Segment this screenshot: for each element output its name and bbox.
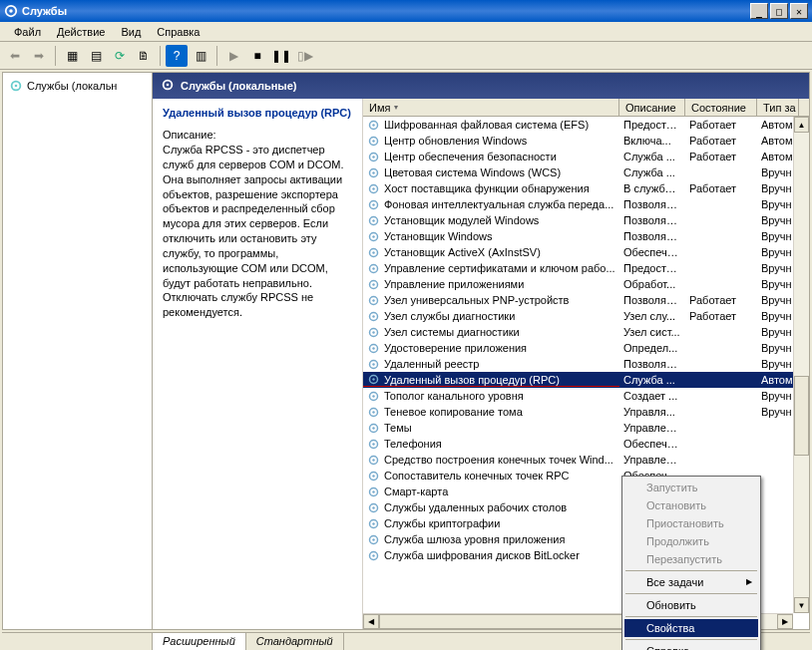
toolbar-view1[interactable]: ▦	[61, 45, 83, 67]
service-row[interactable]: Узел службы диагностикиУзел слу...Работа…	[363, 308, 809, 324]
service-desc: Включа...	[619, 135, 685, 147]
ctx-separator	[625, 639, 757, 640]
ctx-pause[interactable]: Приостановить	[624, 514, 758, 532]
service-name: Тополог канального уровня	[384, 390, 524, 402]
service-row[interactable]: Хост поставщика функции обнаруженияВ слу…	[363, 180, 809, 196]
service-row[interactable]: Установщик модулей WindowsПозволяе...Вру…	[363, 212, 809, 228]
service-row[interactable]: Центр обновления WindowsВключа...Работае…	[363, 133, 809, 149]
ctx-start[interactable]: Запустить	[624, 479, 758, 496]
vertical-scrollbar[interactable]: ▲ ▼	[793, 117, 809, 613]
ctx-resume[interactable]: Продолжить	[624, 532, 758, 550]
play-button[interactable]: ▶	[222, 45, 244, 67]
service-desc: Обработ...	[619, 278, 685, 290]
scroll-thumb-v[interactable]	[794, 376, 809, 456]
forward-button[interactable]: ➡	[28, 45, 50, 67]
service-icon	[367, 230, 380, 243]
back-button[interactable]: ⬅	[4, 45, 26, 67]
service-row[interactable]: Узел универсальных PNP-устройствПозволяе…	[363, 292, 809, 308]
service-row[interactable]: Удостоверение приложенияОпредел...Вручн	[363, 340, 809, 356]
scroll-right-button[interactable]: ▶	[777, 614, 793, 629]
maximize-button[interactable]: □	[770, 3, 788, 19]
export-button[interactable]: 🗎	[133, 45, 155, 67]
ctx-help[interactable]: Справка	[624, 642, 758, 650]
service-row[interactable]: Теневое копирование томаУправля...Вручн	[363, 404, 809, 420]
scroll-down-button[interactable]: ▼	[794, 597, 809, 613]
service-name: Телефония	[384, 438, 442, 450]
list-header: Имя▾ Описание Состояние Тип за	[363, 99, 809, 117]
service-icon	[367, 501, 380, 514]
service-row[interactable]: ТемыУправлен...	[363, 420, 809, 436]
menu-view[interactable]: Вид	[113, 24, 149, 40]
menu-help[interactable]: Справка	[149, 24, 207, 40]
service-row[interactable]: Установщик WindowsПозволяе...Вручн	[363, 228, 809, 244]
service-row[interactable]: Управление сертификатами и ключом рабо..…	[363, 260, 809, 276]
ctx-stop[interactable]: Остановить	[624, 496, 758, 514]
service-name: Служба шлюза уровня приложения	[384, 533, 565, 545]
scroll-up-button[interactable]: ▲	[794, 117, 809, 133]
service-row[interactable]: Удаленный реестрПозволяе...Вручн	[363, 356, 809, 372]
close-button[interactable]: ✕	[790, 3, 808, 19]
service-row[interactable]: ТелефонияОбеспечи...	[363, 436, 809, 452]
svg-point-23	[372, 251, 374, 253]
detail-title: Удаленный вызов процедур (RPC)	[163, 107, 352, 119]
service-state: Работает	[685, 119, 757, 131]
minimize-button[interactable]: _	[750, 3, 768, 19]
stop-button[interactable]: ■	[246, 45, 268, 67]
col-header-name[interactable]: Имя▾	[363, 99, 619, 116]
col-header-state[interactable]: Состояние	[685, 99, 757, 116]
service-icon	[367, 262, 380, 275]
service-row[interactable]: Центр обеспечения безопасностиСлужба ...…	[363, 149, 809, 164]
ctx-all-tasks[interactable]: Все задачи▶	[624, 573, 758, 591]
tree-root[interactable]: Службы (локальн	[7, 77, 148, 95]
help-button[interactable]: ?	[166, 45, 188, 67]
svg-point-59	[372, 538, 374, 540]
toolbar: ⬅ ➡ ▦ ▤ ⟳ 🗎 ? ▥ ▶ ■ ❚❚ ▯▶	[0, 42, 812, 70]
service-row[interactable]: Управление приложениямиОбработ...Вручн	[363, 276, 809, 292]
service-desc: В службе ...	[619, 182, 685, 194]
properties-button[interactable]: ▥	[190, 45, 211, 67]
service-name: Службы удаленных рабочих столов	[384, 501, 567, 513]
menu-action[interactable]: Действие	[49, 24, 113, 40]
refresh-button[interactable]: ⟳	[109, 45, 131, 67]
svg-point-49	[372, 459, 374, 461]
service-desc: Управлен...	[619, 422, 685, 434]
service-name: Службы криптографии	[384, 517, 500, 529]
service-state: Работает	[685, 182, 757, 194]
service-icon	[367, 214, 380, 227]
separator	[216, 46, 217, 66]
service-row[interactable]: Средство построения конечных точек Wind.…	[363, 452, 809, 468]
pause-button[interactable]: ❚❚	[270, 45, 292, 67]
restart-button[interactable]: ▯▶	[294, 45, 316, 67]
service-icon	[367, 390, 380, 403]
svg-point-41	[372, 395, 374, 397]
ctx-restart[interactable]: Перезапустить	[624, 550, 758, 568]
tab-extended[interactable]: Расширенный	[152, 633, 246, 650]
service-row[interactable]: Узел системы диагностикиУзел сист...Вруч…	[363, 324, 809, 340]
ctx-properties[interactable]: Свойства	[624, 619, 758, 637]
service-icon	[367, 549, 380, 562]
service-icon	[367, 422, 380, 435]
sort-desc-icon: ▾	[394, 103, 398, 112]
service-icon	[367, 486, 380, 498]
service-name: Фоновая интеллектуальная служба переда..…	[384, 198, 613, 210]
service-row[interactable]: Цветовая система Windows (WCS)Служба ...…	[363, 164, 809, 180]
menu-file[interactable]: Файл	[6, 24, 49, 40]
svg-point-25	[372, 267, 374, 269]
toolbar-view2[interactable]: ▤	[85, 45, 107, 67]
col-header-type[interactable]: Тип за	[757, 99, 799, 116]
col-header-desc[interactable]: Описание	[619, 99, 685, 116]
service-icon	[367, 166, 380, 179]
service-row[interactable]: Шифрованная файловая система (EFS)Предос…	[363, 117, 809, 133]
ctx-refresh[interactable]: Обновить	[624, 596, 758, 614]
tab-standard[interactable]: Стандартный	[245, 633, 344, 650]
svg-point-37	[372, 363, 374, 365]
service-row[interactable]: Установщик ActiveX (AxInstSV)Обеспечи...…	[363, 244, 809, 260]
scroll-left-button[interactable]: ◀	[363, 614, 379, 629]
service-row[interactable]: Фоновая интеллектуальная служба переда..…	[363, 196, 809, 212]
svg-point-45	[372, 427, 374, 429]
service-row[interactable]: Тополог канального уровняСоздает ...Вруч…	[363, 388, 809, 404]
service-name: Хост поставщика функции обнаружения	[384, 182, 590, 194]
service-name: Средство построения конечных точек Wind.…	[384, 454, 613, 466]
service-name: Установщик модулей Windows	[384, 214, 539, 226]
service-row[interactable]: Удаленный вызов процедур (RPC)Служба ...…	[363, 372, 809, 388]
